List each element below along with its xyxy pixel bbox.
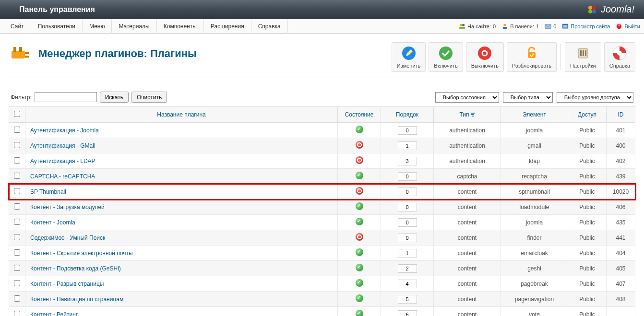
state-toggle[interactable] [356, 156, 363, 164]
order-input[interactable] [398, 187, 417, 196]
row-type-cell: content [434, 276, 501, 292]
state-toggle[interactable] [356, 141, 363, 149]
clear-button[interactable]: Очистить [131, 92, 167, 103]
visitors-count: 0 [493, 23, 496, 29]
state-toggle[interactable] [356, 126, 363, 133]
status-messages[interactable]: 0 [545, 23, 556, 30]
plugin-link[interactable]: Содержимое - Умный Поиск [30, 234, 105, 241]
row-checkbox[interactable] [14, 219, 20, 225]
edit-button[interactable]: Изменить [392, 42, 426, 72]
order-input[interactable] [398, 126, 417, 135]
row-checkbox-cell [9, 292, 25, 307]
row-order-cell [381, 169, 434, 184]
row-element-cell: gmail [501, 138, 568, 153]
row-order-cell [381, 230, 434, 246]
svg-rect-16 [25, 56, 29, 58]
svg-point-4 [460, 23, 462, 26]
state-select[interactable]: - Выбор состояния - [435, 92, 499, 103]
plugin-link[interactable]: Контент - Подсветка кода (GeSHi) [30, 265, 121, 272]
order-input[interactable] [398, 234, 417, 242]
state-toggle[interactable] [356, 248, 363, 256]
order-input[interactable] [398, 310, 417, 316]
header-access[interactable]: Доступ [568, 107, 607, 123]
plugin-link[interactable]: Контент - Скрытие электронной почты [30, 250, 133, 257]
row-checkbox-cell [9, 261, 25, 276]
plugin-link[interactable]: Контент - Навигация по страницам [30, 296, 123, 303]
type-select[interactable]: - Выбор типа - [503, 92, 553, 103]
row-checkbox[interactable] [14, 188, 20, 194]
state-toggle[interactable] [356, 310, 363, 316]
checkbox-all[interactable] [14, 111, 20, 117]
menu-item-6[interactable]: Справка [251, 19, 288, 34]
order-input[interactable] [398, 264, 417, 273]
row-checkbox[interactable] [14, 280, 20, 286]
state-toggle[interactable] [356, 218, 363, 225]
order-input[interactable] [398, 203, 417, 211]
menu-item-2[interactable]: Меню [83, 19, 112, 34]
plugin-link[interactable]: Контент - Рейтинг [30, 311, 78, 316]
header-type[interactable]: Тип [434, 107, 501, 123]
state-toggle[interactable] [356, 233, 363, 241]
plugin-link[interactable]: Контент - Разрыв страницы [30, 281, 104, 287]
row-checkbox[interactable] [14, 234, 20, 240]
menu-item-3[interactable]: Материалы [112, 19, 156, 34]
plugin-link[interactable]: Контент - Загрузка модулей [30, 204, 105, 211]
header-order[interactable]: Порядок [381, 107, 434, 123]
view-site-text[interactable]: Просмотр сайта [571, 23, 610, 29]
order-input[interactable] [398, 157, 417, 165]
row-checkbox-cell [9, 246, 25, 261]
order-input[interactable] [398, 280, 417, 288]
plugin-link[interactable]: SP Thumbnail [30, 188, 66, 195]
svg-point-2 [588, 10, 592, 13]
state-toggle[interactable] [356, 187, 363, 195]
order-input[interactable] [398, 249, 417, 257]
filter-input[interactable] [35, 92, 97, 102]
menu-item-5[interactable]: Расширения [204, 19, 251, 34]
menu-item-4[interactable]: Компоненты [157, 19, 204, 34]
row-checkbox[interactable] [14, 265, 20, 271]
search-button[interactable]: Искать [100, 92, 129, 103]
row-checkbox[interactable] [14, 295, 20, 302]
unlock-button[interactable]: Разблокировать [507, 42, 557, 72]
access-select[interactable]: - Выбор уровня доступа - [557, 92, 633, 103]
header-id[interactable]: ID [607, 107, 635, 123]
row-checkbox[interactable] [14, 173, 20, 179]
row-checkbox[interactable] [14, 249, 20, 256]
options-button[interactable]: Настройки [565, 42, 601, 72]
row-checkbox[interactable] [14, 203, 20, 210]
state-toggle[interactable] [356, 202, 363, 210]
row-checkbox[interactable] [14, 157, 20, 164]
row-name-cell: Контент - Скрытие электронной почты [25, 246, 338, 261]
row-checkbox[interactable] [14, 127, 20, 133]
order-input[interactable] [398, 141, 417, 150]
state-toggle[interactable] [356, 264, 363, 271]
disable-button[interactable]: Выключить [466, 42, 504, 72]
order-input[interactable] [398, 172, 417, 181]
header-name[interactable]: Название плагина [25, 107, 338, 123]
plugin-link[interactable]: Аутентификация - GMail [30, 142, 95, 149]
row-checkbox[interactable] [14, 142, 20, 148]
header-state[interactable]: Состояние [338, 107, 381, 123]
plugin-link[interactable]: Контент - Joomla [30, 219, 75, 226]
state-toggle[interactable] [356, 172, 363, 179]
plugin-link[interactable]: CAPTCHA - reCAPTCHA [30, 173, 95, 180]
svg-rect-8 [503, 26, 507, 28]
disable-icon [477, 46, 492, 61]
menu-item-0[interactable]: Сайт [4, 19, 31, 34]
plugin-link[interactable]: Аутентификация - Joomla [30, 127, 99, 134]
help-button[interactable]: Справка [604, 42, 635, 72]
logout-text[interactable]: Выйти [624, 23, 640, 29]
header-element[interactable]: Элемент [501, 107, 568, 123]
order-input[interactable] [398, 295, 417, 304]
row-checkbox[interactable] [14, 311, 20, 316]
state-toggle[interactable] [356, 294, 363, 302]
state-toggle[interactable] [356, 279, 363, 287]
order-input[interactable] [398, 218, 417, 227]
row-type-cell: content [434, 199, 501, 215]
plugin-link[interactable]: Аутентификация - LDAP [30, 158, 95, 164]
enable-button[interactable]: Включить [429, 42, 463, 72]
svg-rect-9 [545, 24, 551, 28]
logout-link[interactable]: Выйти [616, 23, 640, 30]
view-site-link[interactable]: Просмотр сайта [562, 23, 610, 30]
menu-item-1[interactable]: Пользователи [31, 19, 83, 34]
